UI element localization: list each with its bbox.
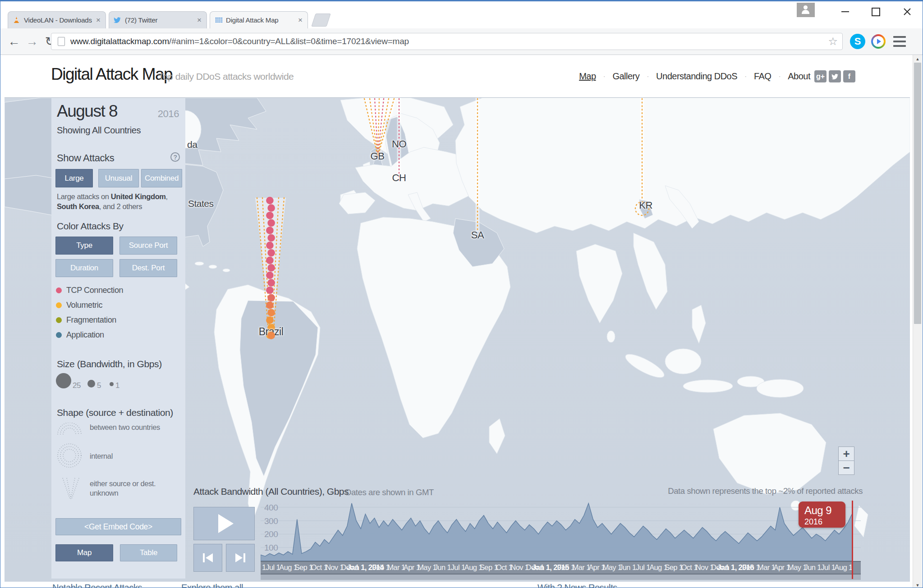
map-label-sa[interactable]: SA (471, 229, 484, 241)
url-text[interactable]: www.digitalattackmap.com/#anim=1&color=0… (70, 36, 824, 46)
fragmentation-dot-icon (56, 317, 62, 323)
timeline-tick-label: Jul 1 (266, 563, 280, 572)
size-5-label: 5 (97, 381, 101, 390)
dots-grid-icon (215, 16, 222, 24)
tab-close-icon[interactable]: × (95, 16, 102, 25)
timeline-cursor-tooltip[interactable]: Aug 9 2016 (799, 501, 845, 528)
shape-between-countries-label: between two countries (90, 423, 175, 432)
color-by-type-button[interactable]: Type (55, 237, 113, 255)
social-icons: g+ f (814, 70, 855, 82)
minimize-button[interactable] (835, 5, 855, 18)
view-table-button[interactable]: Table (120, 544, 177, 561)
tab-close-icon[interactable]: × (196, 16, 203, 25)
cursor-date: Aug 9 (804, 504, 845, 517)
timeline-tick-label: Oct 1 (311, 563, 327, 572)
google-plus-icon[interactable]: g+ (814, 70, 827, 82)
view-map-button[interactable]: Map (55, 544, 113, 561)
nav-understanding-ddos[interactable]: Understanding DDoS (656, 71, 737, 82)
site-tagline: Top daily DDoS attacks worldwide (158, 71, 294, 82)
tab-digital-attack-map[interactable]: Digital Attack Map × (210, 11, 308, 28)
filter-unusual-button[interactable]: Unusual (98, 169, 139, 187)
timeline-tick-label: Jul 1 (821, 563, 835, 572)
new-tab-button[interactable] (311, 14, 331, 27)
timeline-tick-label: Jun 1 (619, 563, 636, 572)
map-label-kr[interactable]: KR (639, 200, 652, 211)
page-icon (58, 37, 65, 46)
browser-window: VideoLAN - Downloads × (72) Twitter × Di… (0, 0, 923, 588)
sidebar: August 8 2016 Showing All Countries Show… (51, 98, 185, 579)
bookmark-star-icon[interactable]: ☆ (828, 35, 838, 48)
profile-button[interactable] (797, 3, 815, 17)
legend-application[interactable]: Application (56, 330, 104, 340)
play-button[interactable] (193, 507, 255, 540)
tab-close-icon[interactable]: × (297, 16, 304, 25)
timeline-tick-label: Jun 1 (804, 563, 821, 572)
skype-extension-icon[interactable]: S (850, 34, 865, 49)
bandwidth-chart[interactable]: 400300200100 (261, 501, 861, 561)
hamburger-menu-icon[interactable] (893, 36, 906, 47)
close-button[interactable] (897, 5, 918, 18)
filter-combined-button[interactable]: Combined (141, 169, 182, 187)
facebook-icon[interactable]: f (843, 70, 855, 82)
zoom-out-button[interactable]: − (838, 460, 854, 475)
get-embed-code-button[interactable]: <Get Embed Code> (55, 518, 181, 535)
tab-title: Digital Attack Map (226, 16, 297, 24)
timeline-tick-label: Oct 1 (496, 563, 512, 572)
scroll-down-icon[interactable]: ▼ (913, 581, 922, 588)
tab-title: VideoLAN - Downloads (24, 16, 95, 24)
nav-about[interactable]: About (788, 71, 810, 82)
map-zoom-controls: + − (838, 447, 854, 475)
footer-notable-attacks[interactable]: Notable Recent Attacks (52, 582, 142, 588)
attacks-note: Large attacks on United Kingdom, South K… (57, 192, 179, 212)
url-bar[interactable]: www.digitalattackmap.com/#anim=1&color=0… (51, 33, 843, 50)
filter-large-button[interactable]: Large (55, 169, 93, 187)
vlc-cone-icon (13, 16, 20, 24)
timeline-cursor-line[interactable] (852, 501, 853, 579)
legend-tcp-connection[interactable]: TCP Connection (56, 286, 123, 295)
color-by-source-port-button[interactable]: Source Port (119, 237, 177, 255)
sidebar-subtitle: Showing All Countries (57, 125, 141, 136)
tab-videolan[interactable]: VideoLAN - Downloads × (8, 11, 106, 28)
site-title[interactable]: Digital Attack Map (51, 65, 172, 84)
timeline-track[interactable] (261, 574, 861, 580)
timeline-tick-label: Oct 1 (681, 563, 697, 572)
play-extension-icon[interactable] (871, 34, 886, 49)
close-icon (903, 8, 911, 16)
skip-forward-button[interactable] (226, 544, 255, 572)
color-by-heading: Color Attacks By (57, 221, 124, 232)
nav-map[interactable]: Map (579, 71, 596, 82)
scrollbar-thumb[interactable] (914, 63, 921, 324)
color-by-duration-button[interactable]: Duration (55, 259, 113, 277)
nav-gallery[interactable]: Gallery (612, 71, 639, 82)
twitter-icon[interactable] (829, 70, 841, 82)
page-scrollbar[interactable]: ▲ ▼ (913, 55, 922, 588)
person-icon (804, 5, 808, 9)
map-label-no[interactable]: NO (392, 138, 406, 150)
map-label-united-states[interactable]: States (188, 198, 214, 209)
legend-volumetric[interactable]: Volumetric (56, 301, 102, 310)
map-label-canada[interactable]: da (187, 139, 197, 150)
back-icon[interactable]: ← (6, 28, 22, 55)
skip-forward-icon (234, 552, 246, 563)
color-by-dest-port-button[interactable]: Dest. Port (119, 259, 177, 277)
footer-explore-link[interactable]: Explore them all (181, 582, 243, 588)
y-axis-tick: 300 (264, 516, 278, 526)
size-1-circle-icon (110, 382, 114, 386)
nav-faq[interactable]: FAQ (754, 71, 771, 82)
map-label-ch[interactable]: CH (392, 172, 406, 184)
timeline-tick-label: Mar 1 (758, 563, 775, 572)
timeline-tick-label: Jun 1 (434, 563, 451, 572)
timeline-tick-label: Aug 1 (835, 563, 853, 572)
timeline-tick-label: Sep 1 (665, 563, 683, 572)
map-label-gb[interactable]: GB (371, 150, 385, 162)
legend-fragmentation[interactable]: Fragmentation (56, 315, 116, 325)
timeline-tick-label: Mar 1 (387, 563, 405, 572)
help-icon[interactable]: ? (170, 152, 180, 162)
maximize-button[interactable] (865, 5, 886, 18)
forward-icon[interactable]: → (24, 28, 40, 55)
timeline-axis[interactable]: Jun 1Jul 1Aug 1Sep 1Oct 1Nov 1Dec 1Jan 1… (261, 561, 861, 574)
scroll-up-icon[interactable]: ▲ (913, 55, 922, 63)
tab-twitter[interactable]: (72) Twitter × (109, 11, 207, 28)
zoom-in-button[interactable]: + (838, 447, 854, 461)
skip-back-button[interactable] (193, 544, 222, 572)
